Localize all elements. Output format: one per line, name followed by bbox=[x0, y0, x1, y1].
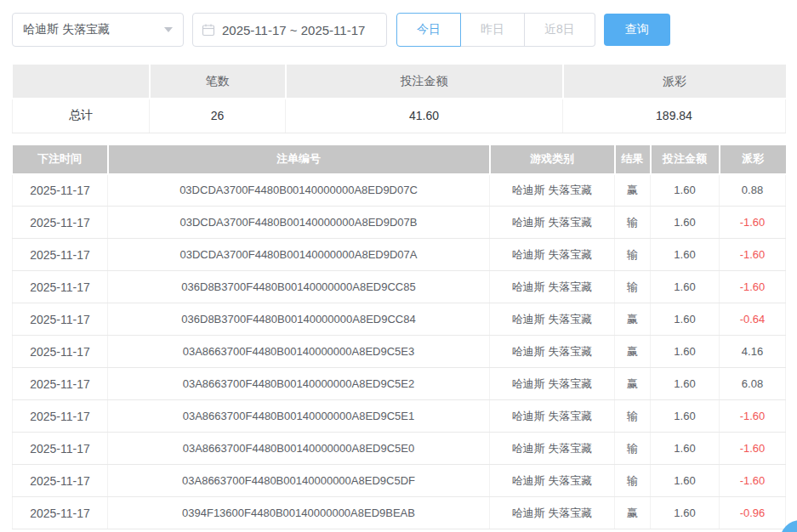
bet-id-cell: 03A8663700F4480B00140000000A8ED9C5E1 bbox=[108, 400, 490, 433]
summary-table: 笔数 投注金额 派彩 总计 26 41.60 189.84 bbox=[12, 65, 786, 133]
betting-history-page: 哈迪斯 失落宝藏 2025-11-17 ~ 2025-11-17 今日 昨日 近… bbox=[0, 0, 797, 529]
bet-time-cell: 2025-11-17 bbox=[13, 400, 108, 433]
summary-header-payout: 派彩 bbox=[563, 65, 786, 99]
bet-id-cell: 03A8663700F4480B00140000000A8ED9C5E0 bbox=[108, 433, 490, 465]
game-type-cell: 哈迪斯 失落宝藏 bbox=[490, 400, 615, 433]
payout-cell: -1.60 bbox=[720, 239, 786, 271]
payout-cell: -1.60 bbox=[720, 465, 786, 497]
bet-amount-cell: 1.60 bbox=[651, 336, 720, 368]
result-cell: 赢 bbox=[615, 174, 651, 207]
game-type-cell: 哈迪斯 失落宝藏 bbox=[490, 368, 615, 400]
result-cell: 输 bbox=[615, 239, 651, 271]
result-cell: 输 bbox=[615, 433, 651, 465]
quick-date-button-group: 今日 昨日 近8日 bbox=[396, 13, 595, 47]
date-range-input[interactable]: 2025-11-17 ~ 2025-11-17 bbox=[192, 13, 387, 47]
result-cell: 输 bbox=[615, 400, 651, 433]
game-select-value: 哈迪斯 失落宝藏 bbox=[23, 22, 164, 37]
chevron-down-icon bbox=[164, 27, 173, 32]
bet-id-cell: 03A8663700F4480B00140000000A8ED9C5DF bbox=[108, 465, 490, 497]
table-row: 2025-11-1703A8663700F4480B00140000000A8E… bbox=[13, 433, 786, 465]
result-cell: 输 bbox=[615, 271, 651, 303]
summary-total-label: 总计 bbox=[13, 99, 150, 133]
bet-id-cell: 03DCDA3700F4480B00140000000A8ED9D07B bbox=[108, 207, 490, 239]
bet-id-cell: 0394F13600F4480B00140000000A8ED9BEAB bbox=[108, 497, 490, 529]
bet-time-cell: 2025-11-17 bbox=[13, 336, 108, 368]
bet-id-cell: 03A8663700F4480B00140000000A8ED9C5E3 bbox=[108, 336, 490, 368]
table-row: 2025-11-1703A8663700F4480B00140000000A8E… bbox=[13, 368, 786, 400]
game-type-cell: 哈迪斯 失落宝藏 bbox=[490, 239, 615, 271]
payout-cell: -0.64 bbox=[720, 303, 786, 336]
bet-id-cell: 03DCDA3700F4480B00140000000A8ED9D07C bbox=[108, 174, 490, 207]
table-row: 2025-11-1703A8663700F4480B00140000000A8E… bbox=[13, 336, 786, 368]
game-type-cell: 哈迪斯 失落宝藏 bbox=[490, 465, 615, 497]
game-type-cell: 哈迪斯 失落宝藏 bbox=[490, 303, 615, 336]
summary-total-row: 总计 26 41.60 189.84 bbox=[13, 99, 786, 133]
bet-time-cell: 2025-11-17 bbox=[13, 465, 108, 497]
bet-amount-cell: 1.60 bbox=[651, 207, 720, 239]
bet-amount-cell: 1.60 bbox=[651, 303, 720, 336]
game-type-cell: 哈迪斯 失落宝藏 bbox=[490, 433, 615, 465]
bet-time-cell: 2025-11-17 bbox=[13, 207, 108, 239]
bet-amount-cell: 1.60 bbox=[651, 271, 720, 303]
records-table-body: 2025-11-1703DCDA3700F4480B00140000000A8E… bbox=[13, 174, 786, 529]
bet-id-cell: 036D8B3700F4480B00140000000A8ED9CC85 bbox=[108, 271, 490, 303]
game-type-cell: 哈迪斯 失落宝藏 bbox=[490, 174, 615, 207]
bet-time-cell: 2025-11-17 bbox=[13, 239, 108, 271]
payout-cell: -1.60 bbox=[720, 400, 786, 433]
header-payout: 派彩 bbox=[720, 145, 786, 174]
header-bet-amount: 投注金额 bbox=[651, 145, 720, 174]
table-row: 2025-11-170394F13600F4480B00140000000A8E… bbox=[13, 497, 786, 529]
result-cell: 输 bbox=[615, 207, 651, 239]
bet-time-cell: 2025-11-17 bbox=[13, 368, 108, 400]
table-row: 2025-11-1703DCDA3700F4480B00140000000A8E… bbox=[13, 239, 786, 271]
table-row: 2025-11-1703DCDA3700F4480B00140000000A8E… bbox=[13, 174, 786, 207]
records-table: 下注时间 注单编号 游戏类别 结果 投注金额 派彩 2025-11-1703DC… bbox=[12, 145, 786, 530]
summary-payout-value: 189.84 bbox=[563, 99, 786, 133]
result-cell: 赢 bbox=[615, 303, 651, 336]
bet-time-cell: 2025-11-17 bbox=[13, 433, 108, 465]
bet-amount-cell: 1.60 bbox=[651, 174, 720, 207]
bet-amount-cell: 1.60 bbox=[651, 497, 720, 529]
header-result: 结果 bbox=[615, 145, 651, 174]
bet-id-cell: 036D8B3700F4480B00140000000A8ED9CC84 bbox=[108, 303, 490, 336]
payout-cell: -1.60 bbox=[720, 207, 786, 239]
bet-amount-cell: 1.60 bbox=[651, 368, 720, 400]
result-cell: 赢 bbox=[615, 497, 651, 529]
date-range-value: 2025-11-17 ~ 2025-11-17 bbox=[222, 23, 365, 37]
bet-amount-cell: 1.60 bbox=[651, 239, 720, 271]
bet-amount-cell: 1.60 bbox=[651, 433, 720, 465]
bet-amount-cell: 1.60 bbox=[651, 465, 720, 497]
quick-filter-last8days[interactable]: 近8日 bbox=[525, 13, 595, 47]
game-type-cell: 哈迪斯 失落宝藏 bbox=[490, 271, 615, 303]
quick-filter-today[interactable]: 今日 bbox=[396, 13, 461, 47]
quick-filter-yesterday[interactable]: 昨日 bbox=[461, 13, 525, 47]
bet-time-cell: 2025-11-17 bbox=[13, 174, 108, 207]
bet-id-cell: 03A8663700F4480B00140000000A8ED9C5E2 bbox=[108, 368, 490, 400]
game-type-cell: 哈迪斯 失落宝藏 bbox=[490, 336, 615, 368]
payout-cell: -0.96 bbox=[720, 497, 786, 529]
result-cell: 赢 bbox=[615, 368, 651, 400]
summary-header-count: 笔数 bbox=[150, 65, 286, 99]
search-button[interactable]: 查询 bbox=[604, 14, 670, 46]
table-row: 2025-11-17036D8B3700F4480B00140000000A8E… bbox=[13, 271, 786, 303]
summary-header-empty bbox=[13, 65, 150, 99]
bet-time-cell: 2025-11-17 bbox=[13, 303, 108, 336]
payout-cell: -1.60 bbox=[720, 433, 786, 465]
game-type-cell: 哈迪斯 失落宝藏 bbox=[490, 497, 615, 529]
payout-cell: -1.60 bbox=[720, 271, 786, 303]
table-row: 2025-11-1703DCDA3700F4480B00140000000A8E… bbox=[13, 207, 786, 239]
game-select[interactable]: 哈迪斯 失落宝藏 bbox=[12, 13, 184, 47]
bet-time-cell: 2025-11-17 bbox=[13, 271, 108, 303]
payout-cell: 0.88 bbox=[720, 174, 786, 207]
table-row: 2025-11-17036D8B3700F4480B00140000000A8E… bbox=[13, 303, 786, 336]
game-type-cell: 哈迪斯 失落宝藏 bbox=[490, 207, 615, 239]
calendar-icon bbox=[202, 23, 215, 37]
bet-amount-cell: 1.60 bbox=[651, 400, 720, 433]
bet-time-cell: 2025-11-17 bbox=[13, 497, 108, 529]
header-bet-id: 注单编号 bbox=[108, 145, 490, 174]
records-header-row: 下注时间 注单编号 游戏类别 结果 投注金额 派彩 bbox=[13, 145, 786, 174]
payout-cell: 6.08 bbox=[720, 368, 786, 400]
table-row: 2025-11-1703A8663700F4480B00140000000A8E… bbox=[13, 400, 786, 433]
summary-header-bet-amount: 投注金额 bbox=[286, 65, 563, 99]
summary-count-value: 26 bbox=[150, 99, 286, 133]
